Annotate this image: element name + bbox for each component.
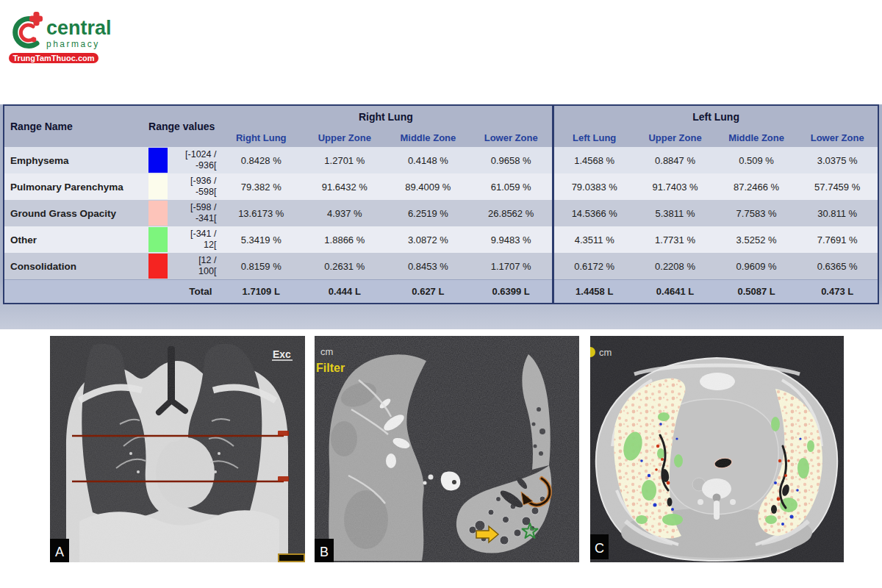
panel-b-axial-ct: cm Filter B [315, 336, 579, 562]
value-cell: 6.2519 % [387, 200, 470, 226]
panel-a-label: A [50, 539, 69, 562]
table-band: Range Name Range values Right Lung Left … [0, 104, 882, 329]
value-cell: 5.3811 % [634, 200, 716, 226]
color-swatch-cell [144, 147, 172, 173]
value-cell: 0.509 % [716, 147, 797, 173]
range-values-cell: [-598 /-341[ [172, 200, 219, 226]
column-header: Upper Zone [303, 128, 387, 147]
overlay-cm-text: cm [599, 347, 612, 358]
value-cell: 87.2466 % [716, 173, 797, 200]
value-cell: 0.6172 % [553, 253, 635, 280]
overlay-cm-text: cm [320, 346, 333, 357]
range-line: [-341 / [190, 229, 216, 239]
range-line: [12 / [198, 255, 216, 265]
color-swatch [148, 227, 168, 252]
total-cell: 0.6399 L [470, 280, 553, 304]
table-row: Emphysema [-1024 /-936[ 0.8428 % 1.2701 … [4, 147, 878, 173]
value-cell: 30.811 % [797, 200, 878, 226]
row-name: Emphysema [4, 147, 144, 173]
column-header: Right Lung [219, 128, 303, 147]
range-values-cell: [12 /100[ [172, 253, 219, 280]
total-cell: 1.7109 L [219, 280, 303, 304]
color-swatch-cell [144, 253, 172, 280]
range-line: [-1024 / [185, 149, 216, 159]
central-pharmacy-logo-icon [9, 12, 43, 50]
total-cell: 0.444 L [303, 280, 387, 304]
value-cell: 4.937 % [303, 200, 387, 226]
group-header-row: Range Name Range values Right Lung Left … [4, 105, 878, 128]
panel-b-label: B [315, 539, 334, 562]
total-cell: 0.473 L [797, 280, 878, 304]
value-cell: 79.382 % [219, 173, 303, 200]
value-cell: 0.8428 % [219, 147, 303, 173]
logo-dot [32, 37, 37, 43]
panel-letter: C [595, 541, 604, 556]
total-cell: 0.5087 L [716, 280, 797, 304]
range-line: [-936 / [190, 176, 216, 186]
row-name: Other [4, 226, 144, 253]
table-row: Pulmonary Parenchyma [-936 /-598[ 79.382… [4, 173, 878, 200]
value-cell: 0.4148 % [387, 147, 470, 173]
value-cell: 1.7731 % [634, 226, 716, 253]
value-cell: 0.8847 % [634, 147, 716, 173]
panel-letter: A [55, 545, 64, 559]
range-line: -598[ [196, 187, 217, 197]
range-values-cell: [-936 /-598[ [172, 173, 219, 200]
value-cell: 0.9658 % [470, 147, 553, 173]
value-cell: 14.5366 % [553, 200, 635, 226]
lung-density-table: Range Name Range values Right Lung Left … [3, 104, 879, 304]
column-header-range-values: Range values [144, 105, 220, 147]
value-cell: 5.3419 % [219, 226, 303, 253]
overlay-exc-text: Exc [273, 348, 291, 360]
value-cell: 1.4568 % [553, 147, 635, 173]
column-header: Middle Zone [387, 128, 470, 147]
value-cell: 3.0872 % [387, 226, 470, 253]
value-cell: 91.7403 % [634, 173, 716, 200]
table-row: Consolidation [12 /100[ 0.8159 % 0.2631 … [4, 253, 878, 280]
value-cell: 7.7583 % [716, 200, 797, 226]
group-header-right-lung: Right Lung [219, 105, 553, 128]
color-swatch [148, 201, 168, 226]
total-row: Total 1.7109 L 0.444 L 0.627 L 0.6399 L … [4, 280, 878, 304]
column-header: Upper Zone [634, 128, 716, 147]
panel-a-coronal-ct: Exc Exc A [50, 336, 305, 562]
total-cell: 0.4641 L [634, 280, 716, 304]
value-cell: 13.6173 % [219, 200, 303, 226]
value-cell: 1.2701 % [303, 147, 387, 173]
value-cell: 0.8159 % [219, 253, 303, 280]
row-name: Consolidation [4, 253, 144, 280]
value-cell: 0.8453 % [387, 253, 470, 280]
color-swatch [148, 254, 168, 279]
value-cell: 26.8562 % [470, 200, 553, 226]
brand-tagline: pharmacy [46, 39, 112, 49]
brand-name: central [46, 18, 112, 38]
column-header: Left Lung [553, 128, 635, 147]
panel-c-label: C [590, 534, 609, 559]
color-swatch [148, 174, 168, 199]
panel-c-axial-ct-color-map: cm C [590, 336, 844, 562]
value-cell: 91.6432 % [303, 173, 387, 200]
total-cell: 0.627 L [387, 280, 470, 304]
overlay-filter-text: Filter [316, 362, 345, 374]
central-pharmacy-logo: central pharmacy TrungTamThuoc.com [9, 12, 112, 63]
value-cell: 0.6365 % [797, 253, 878, 280]
color-swatch-cell [144, 200, 172, 226]
column-header-range-name: Range Name [4, 105, 144, 147]
value-cell: 79.0383 % [553, 173, 635, 200]
value-cell: 7.7691 % [797, 226, 878, 253]
value-cell: 61.059 % [470, 173, 553, 200]
scale-box [279, 554, 304, 562]
value-cell: 0.2208 % [634, 253, 716, 280]
trungtamthuoc-badge[interactable]: TrungTamThuoc.com [9, 53, 98, 63]
value-cell: 4.3511 % [553, 226, 635, 253]
value-cell: 3.0375 % [797, 147, 878, 173]
value-cell: 1.8866 % [303, 226, 387, 253]
color-swatch-cell [144, 226, 172, 253]
table-row: Other [-341 /12[ 5.3419 % 1.8866 % 3.087… [4, 226, 878, 253]
column-header: Lower Zone [470, 128, 553, 147]
row-name: Ground Grass Opacity [4, 200, 144, 226]
color-swatch-cell [144, 173, 172, 200]
value-cell: 0.2631 % [303, 253, 387, 280]
range-values-cell: [-341 /12[ [172, 226, 219, 253]
panel-letter: B [320, 545, 329, 559]
